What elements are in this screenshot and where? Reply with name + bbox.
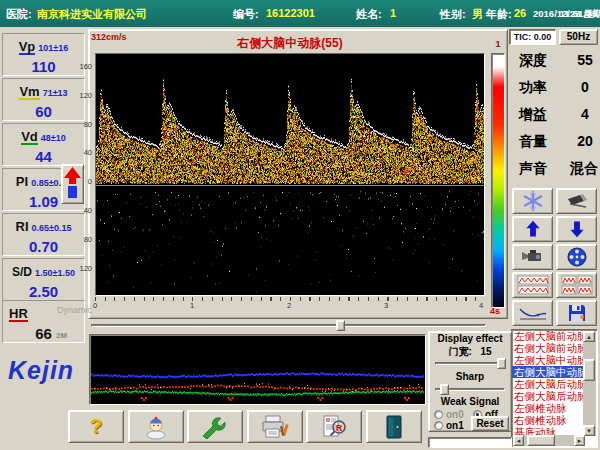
scale-up-button[interactable]: [512, 216, 553, 242]
velocity-colorbar: [491, 53, 505, 308]
patient-info-button[interactable]: [128, 410, 184, 443]
save-button[interactable]: [556, 300, 597, 326]
spectrum-scroll-slider[interactable]: [89, 320, 488, 331]
camera-icon: [520, 248, 546, 266]
param-value: 2.50: [3, 283, 84, 300]
snapshot-button[interactable]: [512, 244, 553, 270]
gender-value: 男: [472, 7, 483, 22]
dual-trace-button[interactable]: [512, 272, 553, 298]
sharp-slider[interactable]: [433, 384, 507, 395]
volume-label: 音量: [519, 133, 547, 151]
age-value: 26: [514, 7, 526, 19]
param-vd: Vd48±10 44: [2, 123, 85, 166]
x-tick: 3: [381, 301, 391, 310]
gender-label: 性别:: [440, 7, 466, 22]
door-icon: [385, 414, 403, 440]
scale-down-button[interactable]: [556, 216, 597, 242]
artery-item-selected[interactable]: 右侧大脑中动脉: [512, 366, 583, 378]
help-button[interactable]: ?: [68, 410, 124, 443]
power-row: 功率0: [512, 79, 598, 99]
artery-list: 左侧大脑前动脉 右侧大脑前动脉 左侧大脑中动脉 右侧大脑中动脉 左侧大脑后动脉 …: [511, 329, 598, 448]
baseline-shift-control[interactable]: [61, 164, 84, 204]
settings-button[interactable]: [187, 410, 243, 443]
param-range: 101±16: [38, 43, 68, 53]
param-label: PI: [16, 175, 28, 188]
y-tick: 80: [68, 120, 92, 129]
scroll-right-icon[interactable]: ►: [574, 435, 585, 446]
report-button[interactable]: R: [306, 410, 362, 443]
param-label: Vm: [19, 85, 39, 100]
snowflake-icon: [522, 190, 544, 212]
depth-row: 深度55: [512, 52, 598, 72]
trend-curve-button[interactable]: [512, 300, 553, 326]
vertical-scrollbar[interactable]: ▲ ▼: [583, 331, 596, 436]
mmode-frequency-label: 2M: [56, 331, 67, 340]
artery-item[interactable]: 左侧大脑前动脉: [512, 330, 583, 342]
arrow-up-icon: [523, 219, 543, 239]
floppy-disk-icon: [567, 303, 587, 323]
scroll-left-icon[interactable]: ◄: [513, 435, 524, 446]
report-icon: R: [320, 414, 348, 440]
artery-item[interactable]: 右侧大脑后动脉: [512, 390, 583, 402]
power-value: 0: [570, 79, 600, 95]
hospital-label: 医院:: [6, 7, 32, 22]
scrollbar-thumb[interactable]: [527, 435, 555, 446]
exit-button[interactable]: [366, 410, 422, 443]
title-bar: 医院: 南京科进实业有限公司 编号: 16122301 姓名: 1 性别: 男 …: [0, 0, 600, 27]
dual-spectrum-icon: [517, 275, 549, 295]
vessel-title: 右侧大脑中动脉(55): [95, 35, 485, 52]
patient-id-label: 编号:: [233, 7, 259, 22]
scroll-up-icon[interactable]: ▲: [583, 331, 595, 342]
artery-item[interactable]: 右侧椎动脉: [512, 414, 583, 426]
radio-icon[interactable]: [434, 410, 443, 419]
param-label: S/D: [12, 266, 32, 279]
filter-frequency-button[interactable]: 50Hz: [559, 29, 598, 45]
param-range: 48±10: [41, 133, 66, 143]
printer-icon: [259, 414, 291, 440]
param-range: 71±13: [43, 88, 68, 98]
colorbar-top-label: 1: [491, 39, 505, 49]
quad-trace-button[interactable]: [556, 272, 597, 298]
sound-value: 混合: [564, 160, 600, 178]
depth-value: 55: [570, 52, 600, 68]
print-button[interactable]: [247, 410, 303, 443]
dynamic-mode-label: Dynamic: [57, 305, 92, 315]
radio-on0[interactable]: on0: [434, 409, 464, 420]
kejin-logo: Kejin: [8, 356, 74, 385]
probe-light-button[interactable]: [556, 188, 597, 214]
help-icon: ?: [90, 415, 102, 438]
quad-spectrum-icon: [561, 275, 593, 295]
artery-item[interactable]: 左侧椎动脉: [512, 402, 583, 414]
artery-item[interactable]: 右侧大脑前动脉: [512, 342, 583, 354]
power-label: 功率: [519, 79, 547, 97]
artery-item[interactable]: 左侧大脑中动脉: [512, 354, 583, 366]
x-tick: 2: [284, 301, 294, 310]
artery-item[interactable]: 左侧大脑后动脉: [512, 378, 583, 390]
gate-width-slider[interactable]: [433, 358, 507, 369]
patient-name-label: 姓名:: [356, 7, 382, 22]
y-tick: 40: [68, 206, 92, 215]
freeze-button[interactable]: [512, 188, 553, 214]
radio-icon[interactable]: [434, 421, 443, 430]
mmode-canvas: [91, 336, 424, 403]
param-label: RI: [16, 220, 29, 233]
sound-label: 声音: [519, 160, 547, 178]
param-value: 66: [3, 325, 84, 342]
slider-track: [91, 324, 486, 327]
lamp-icon: [564, 191, 590, 211]
slider-thumb[interactable]: [497, 358, 506, 369]
weak-signal-label: Weak Signal: [429, 396, 511, 407]
param-value: 60: [3, 103, 84, 120]
reset-button[interactable]: Reset: [471, 416, 509, 431]
horizontal-scrollbar[interactable]: ◄ ►: [513, 435, 585, 446]
svg-text:R: R: [336, 422, 343, 432]
cine-loop-button[interactable]: [556, 244, 597, 270]
scrollbar-thumb[interactable]: [583, 359, 595, 381]
sharp-label: Sharp: [429, 371, 511, 382]
slider-thumb[interactable]: [336, 320, 345, 331]
radio-on1[interactable]: on1: [434, 420, 464, 431]
volume-row: 音量20: [512, 133, 598, 153]
doppler-spectrum-canvas: [95, 53, 485, 296]
slider-thumb[interactable]: [440, 384, 449, 395]
display-effect-title: Display effect: [429, 333, 511, 344]
